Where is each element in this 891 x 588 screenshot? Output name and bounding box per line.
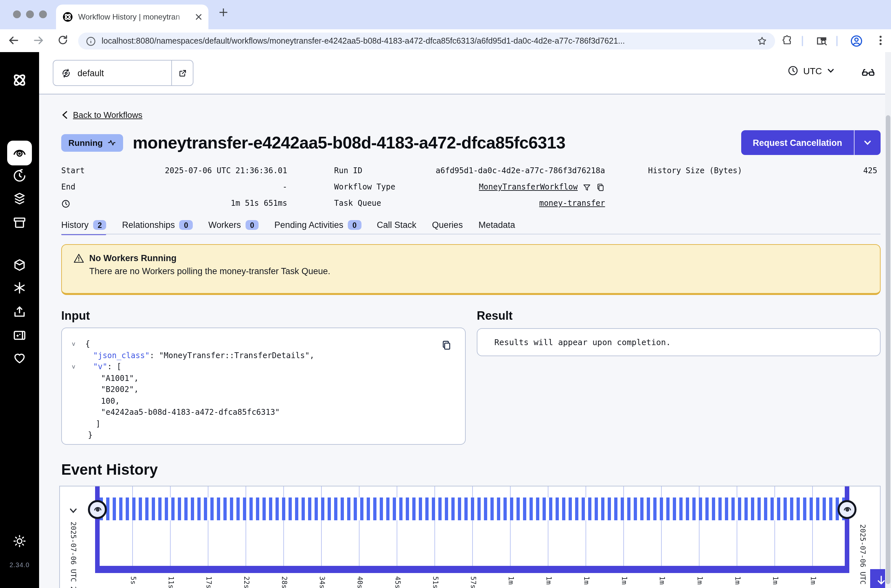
workflow-latest-node[interactable]	[838, 500, 856, 519]
profile-icon[interactable]	[850, 34, 863, 48]
meta-task-queue-row: Task Queue money-transfer	[334, 195, 605, 212]
namespace-external-link[interactable]	[171, 60, 193, 85]
clock-icon	[788, 65, 798, 76]
tab-call-stack[interactable]: Call Stack	[377, 220, 417, 231]
namespace-select[interactable]: default	[53, 60, 194, 86]
scrollbar-thumb[interactable]	[886, 115, 890, 584]
page-title: moneytransfer-e4242aa5-b08d-4183-a472-df…	[132, 132, 566, 153]
cancellation-menu-caret[interactable]	[854, 130, 880, 155]
window-zoom-button[interactable]	[39, 10, 47, 18]
timeline-tick-label: 1m	[656, 576, 666, 584]
duration-value: 1m 51s 651ms	[231, 195, 287, 212]
back-icon[interactable]	[8, 34, 20, 46]
timeline-tick-label: 40s	[354, 576, 364, 588]
url-text: localhost:8080/namespaces/default/workfl…	[102, 36, 751, 46]
favicon-temporal	[63, 12, 73, 22]
tab-pending-activities-label: Pending Activities	[274, 220, 344, 230]
sidebar-item-import-export[interactable]	[12, 304, 27, 320]
extensions-icon[interactable]	[782, 34, 793, 46]
no-workers-alert: No Workers Running There are no Workers …	[61, 244, 880, 295]
tab-pending-activities-badge: 0	[348, 220, 361, 230]
app-topbar: default UTC	[39, 52, 891, 94]
request-cancellation-button[interactable]: Request Cancellation	[741, 130, 880, 155]
sidebar-item-batch-operations[interactable]	[12, 191, 27, 206]
browser-tab[interactable]: Workflow History | moneytran	[56, 4, 208, 29]
history-size-label: History Size (Bytes)	[648, 163, 742, 179]
task-queue-link[interactable]: money-transfer	[539, 195, 605, 212]
meta-runid-row: Run ID a6fd95d1-da0c-4d2e-a77c-786f3d762…	[334, 163, 605, 179]
input-json-code[interactable]: v{"json_class": "MoneyTransfer::Transfer…	[68, 339, 465, 441]
copy-input-icon[interactable]	[441, 340, 452, 351]
browser-menu-icon[interactable]	[875, 34, 886, 46]
workflow-detail-page: Back to Workflows Running moneytransfer-…	[39, 94, 891, 588]
window-minimize-button[interactable]	[26, 10, 34, 18]
back-to-workflows-link[interactable]: Back to Workflows	[61, 110, 142, 120]
search-tabs-icon[interactable]	[816, 34, 828, 47]
status-badge[interactable]: Running	[61, 134, 123, 152]
alert-message: There are no Workers polling the money-t…	[89, 266, 868, 276]
timeline-tick-label: 1m	[731, 576, 742, 584]
tab-metadata[interactable]: Metadata	[478, 220, 515, 231]
back-to-workflows-label: Back to Workflows	[73, 110, 142, 120]
heartbeat-icon	[107, 139, 116, 147]
tab-relationships[interactable]: Relationships 0	[122, 220, 193, 231]
tab-queries[interactable]: Queries	[432, 220, 463, 231]
copy-icon[interactable]	[596, 183, 605, 192]
status-label: Running	[68, 138, 103, 147]
tab-history[interactable]: History 2	[61, 220, 106, 231]
alert-title: No Workers Running	[89, 253, 177, 263]
sidebar-item-archive[interactable]	[12, 215, 27, 231]
sidebar-item-namespaces[interactable]	[12, 257, 27, 273]
forward-icon[interactable]	[33, 34, 44, 46]
meta-history-size-row: History Size (Bytes) 425	[648, 163, 878, 179]
scrollbar-track[interactable]	[885, 52, 891, 588]
sidebar-item-docs[interactable]	[12, 327, 27, 343]
timeline-tick-label: 17s	[202, 576, 213, 588]
timezone-select[interactable]: UTC	[788, 65, 835, 76]
tab-metadata-label: Metadata	[478, 220, 515, 230]
input-heading: Input	[61, 309, 90, 323]
sidebar-item-workflows[interactable]	[7, 141, 32, 165]
timeline-tick-label: 28s	[278, 576, 288, 588]
timeline-plot[interactable]: 2025-07-06 UTC 2 2025-07-06 UTC 2 5s11s1…	[60, 486, 880, 588]
sidebar-item-feedback[interactable]	[12, 350, 27, 366]
temporal-logo-icon[interactable]	[11, 72, 28, 88]
toolbar-separator	[802, 36, 803, 46]
task-queue-label: Task Queue	[334, 195, 381, 212]
workflow-start-node[interactable]	[88, 500, 107, 519]
tab-workers[interactable]: Workers 0	[208, 220, 259, 231]
tab-workers-badge: 0	[246, 220, 259, 230]
timeline-end-date-label: 2025-07-06 UTC 2	[858, 524, 867, 588]
timeline-tick-label: 45s	[392, 576, 402, 588]
site-info-icon[interactable]	[86, 36, 96, 46]
workflow-type-link[interactable]: MoneyTransferWorkflow	[479, 179, 578, 195]
result-placeholder: Results will appear upon completion.	[494, 337, 671, 347]
timeline-start-bar	[95, 486, 100, 573]
timeline-axis-bar	[95, 566, 849, 573]
tab-history-label: History	[61, 220, 88, 230]
reload-icon[interactable]	[57, 34, 68, 46]
labs-glasses-icon[interactable]	[861, 65, 875, 80]
new-tab-button[interactable]	[219, 8, 228, 17]
window-close-button[interactable]	[13, 10, 21, 18]
tab-close-icon[interactable]	[195, 14, 202, 20]
timeline-tick-label: 22s	[240, 576, 251, 588]
meta-duration-row: 1m 51s 651ms	[61, 195, 287, 212]
filter-icon[interactable]	[582, 183, 591, 192]
sidebar-item-schedules[interactable]	[12, 168, 27, 184]
start-value: 2025-07-06 UTC 21:36:36.01	[165, 163, 287, 179]
event-history-heading: Event History	[61, 461, 158, 478]
request-cancellation-label[interactable]: Request Cancellation	[741, 130, 854, 155]
timeline-tick-label: 51s	[429, 576, 440, 588]
timeline-tick-label: 1m	[505, 576, 515, 584]
url-bar[interactable]: localhost:8080/namespaces/default/workfl…	[78, 33, 775, 50]
theme-toggle-icon[interactable]	[12, 533, 27, 549]
tab-pending-activities[interactable]: Pending Activities 0	[274, 220, 361, 231]
timeline-tick-label: 11s	[165, 576, 175, 588]
workflow-duration-band[interactable]	[100, 498, 845, 520]
bookmark-star-icon[interactable]	[757, 36, 767, 46]
timeline-tick-label: 57s	[467, 576, 477, 588]
sidebar-item-nexus[interactable]	[12, 280, 27, 296]
end-value: -	[283, 179, 287, 195]
app-version: 2.34.0	[0, 561, 39, 568]
